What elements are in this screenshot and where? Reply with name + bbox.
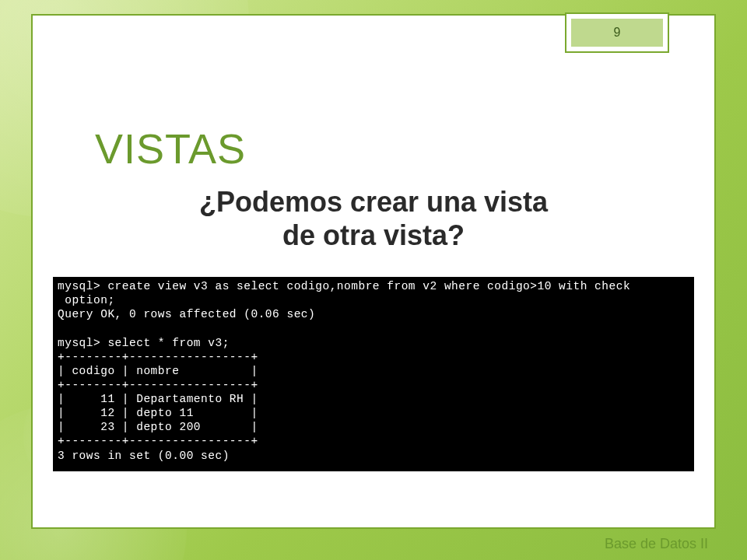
page-number: 9 xyxy=(614,26,621,40)
slide-subtitle: ¿Podemos crear una vista de otra vista? xyxy=(33,185,714,252)
terminal-line: mysql> select * from v3; xyxy=(58,337,230,349)
terminal-line: | codigo | nombre | xyxy=(58,365,258,377)
terminal-line: | 12 | depto 11 | xyxy=(58,407,258,419)
subtitle-line-2: de otra vista? xyxy=(282,219,465,251)
slide-title: VISTAS xyxy=(95,124,246,173)
terminal-line: | 23 | depto 200 | xyxy=(58,421,258,433)
subtitle-line-1: ¿Podemos crear una vista xyxy=(199,186,548,218)
terminal-line: Query OK, 0 rows affected (0.06 sec) xyxy=(58,308,315,320)
mysql-terminal: mysql> create view v3 as select codigo,n… xyxy=(53,277,694,471)
terminal-line: | 11 | Departamento RH | xyxy=(58,393,258,405)
terminal-line: +--------+-----------------+ xyxy=(58,351,258,363)
terminal-line: +--------+-----------------+ xyxy=(58,435,258,447)
slide-frame: 9 VISTAS ¿Podemos crear una vista de otr… xyxy=(31,14,716,529)
page-number-box: 9 xyxy=(566,14,668,51)
terminal-line: option; xyxy=(58,294,115,306)
terminal-line: mysql> create view v3 as select codigo,n… xyxy=(58,280,630,292)
terminal-line: 3 rows in set (0.00 sec) xyxy=(58,450,230,462)
terminal-line: +--------+-----------------+ xyxy=(58,379,258,391)
footer-text: Base de Datos II xyxy=(605,536,708,552)
